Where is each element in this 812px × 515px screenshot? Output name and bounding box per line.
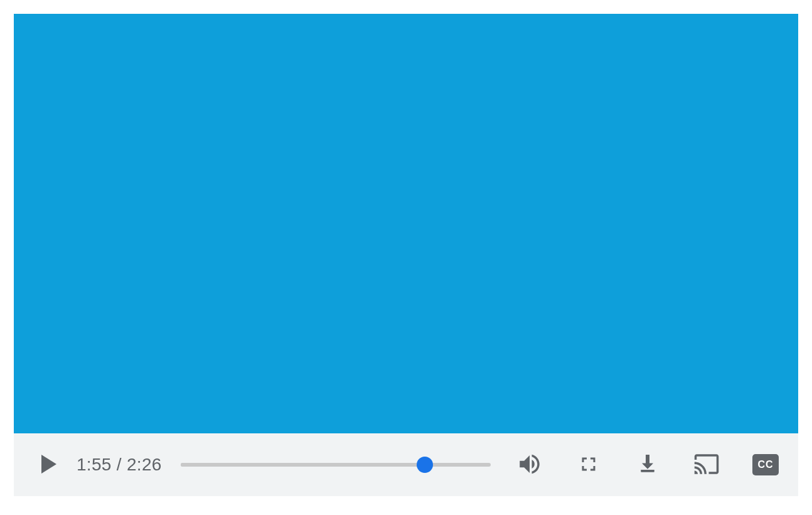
- download-icon: [636, 453, 659, 477]
- volume-icon: [516, 451, 543, 479]
- svg-rect-0: [641, 470, 654, 472]
- time-display: 1:55 / 2:26: [77, 455, 162, 475]
- video-player: 1:55 / 2:26: [14, 14, 798, 496]
- play-icon: [40, 455, 58, 475]
- progress-thumb[interactable]: [417, 457, 433, 473]
- controls-bar: 1:55 / 2:26: [14, 433, 798, 496]
- time-separator: /: [112, 455, 127, 474]
- cast-button[interactable]: [693, 451, 720, 479]
- cast-icon: [693, 451, 720, 479]
- video-viewport[interactable]: [14, 14, 798, 433]
- current-time: 1:55: [77, 455, 112, 474]
- progress-slider[interactable]: [181, 452, 491, 477]
- progress-track: [181, 463, 491, 467]
- play-button[interactable]: [36, 452, 61, 477]
- fullscreen-icon: [577, 453, 600, 477]
- download-button[interactable]: [634, 451, 661, 479]
- volume-button[interactable]: [516, 451, 543, 479]
- total-time: 2:26: [127, 455, 162, 474]
- fullscreen-button[interactable]: [575, 451, 602, 479]
- progress-fill: [181, 463, 425, 467]
- captions-icon: CC: [752, 454, 779, 475]
- captions-button[interactable]: CC: [752, 451, 779, 479]
- right-controls: CC: [516, 451, 779, 479]
